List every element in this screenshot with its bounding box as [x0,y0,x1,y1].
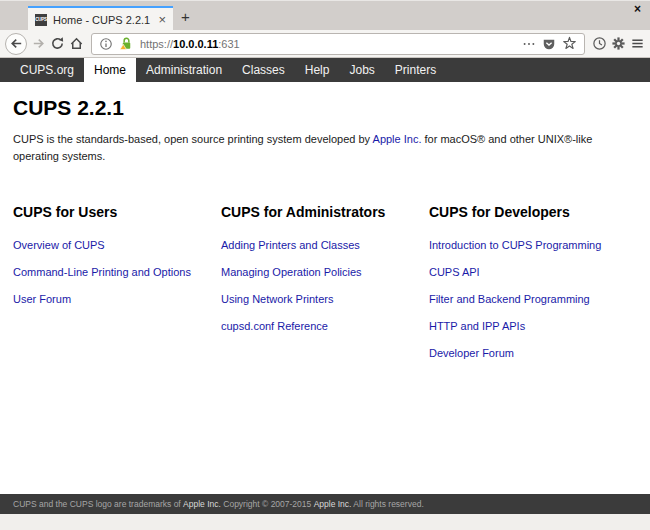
lock-warning-icon[interactable] [119,36,134,51]
footer-text-3: All rights reserved. [351,499,423,509]
history-button[interactable] [592,36,607,51]
url-bar[interactable]: https://10.0.0.11:631 [91,33,585,55]
footer-apple-link-2[interactable]: Apple Inc. [314,499,352,509]
hamburger-menu-icon [630,36,645,51]
link-cups-api[interactable]: CUPS API [429,266,629,278]
page-footer: CUPS and the CUPS logo are trademarks of… [0,494,650,514]
tab-close-icon[interactable]: × [158,13,166,26]
nav-item-home[interactable]: Home [84,58,136,82]
section-administrators: CUPS for Administrators Adding Printers … [221,204,429,374]
apple-inc-link[interactable]: Apple Inc. [373,133,422,145]
link-using-network-printers[interactable]: Using Network Printers [221,293,421,305]
info-icon[interactable] [99,37,113,51]
url-scheme: https:// [140,38,173,50]
cups-nav-bar: CUPS.org Home Administration Classes Hel… [0,58,650,82]
browser-window: CUPS Home - CUPS 2.2.1 × + × [0,0,650,530]
gear-icon [611,36,626,51]
page-title: CUPS 2.2.1 [13,96,637,120]
history-clock-icon [592,36,607,51]
back-icon [9,36,24,51]
nav-item-administration[interactable]: Administration [136,58,232,82]
link-adding-printers-classes[interactable]: Adding Printers and Classes [221,239,421,251]
link-command-line-printing[interactable]: Command-Line Printing and Options [13,266,213,278]
nav-item-classes[interactable]: Classes [232,58,295,82]
tab-title: Home - CUPS 2.2.1 [53,14,152,26]
url-text: https://10.0.0.11:631 [140,38,240,50]
home-button[interactable] [69,36,84,51]
footer-text-1: CUPS and the CUPS logo are trademarks of [13,499,183,509]
tab-bar: CUPS Home - CUPS 2.2.1 × + × [0,0,650,30]
intro-text-before: CUPS is the standards-based, open source… [13,133,373,145]
forward-icon [31,36,46,51]
link-cupsd-conf-reference[interactable]: cupsd.conf Reference [221,320,421,332]
link-managing-operation-policies[interactable]: Managing Operation Policies [221,266,421,278]
settings-button[interactable] [611,36,626,51]
intro-paragraph: CUPS is the standards-based, open source… [13,131,619,164]
nav-item-help[interactable]: Help [295,58,340,82]
window-close-button[interactable]: × [634,2,641,16]
link-overview-of-cups[interactable]: Overview of CUPS [13,239,213,251]
section-developers: CUPS for Developers Introduction to CUPS… [429,204,637,374]
footer-text-2: Copyright © 2007-2015 [221,499,314,509]
page-actions-more-icon[interactable] [522,37,536,51]
browser-toolbar: https://10.0.0.11:631 [0,30,650,58]
link-http-ipp-apis[interactable]: HTTP and IPP APIs [429,320,629,332]
section-heading-users: CUPS for Users [13,204,213,220]
page-content: CUPS 2.2.1 CUPS is the standards-based, … [0,82,650,494]
nav-item-jobs[interactable]: Jobs [339,58,384,82]
section-heading-administrators: CUPS for Administrators [221,204,421,220]
reload-button[interactable] [50,36,65,51]
section-heading-developers: CUPS for Developers [429,204,629,220]
nav-item-cups-org[interactable]: CUPS.org [10,58,84,82]
new-tab-button[interactable]: + [181,8,190,25]
url-port: :631 [218,38,239,50]
footer-apple-link-1[interactable]: Apple Inc. [183,499,221,509]
bookmark-star-icon[interactable] [562,36,577,51]
bottom-strip [0,514,650,530]
back-button[interactable] [5,33,27,55]
reload-icon [50,36,65,51]
link-columns: CUPS for Users Overview of CUPS Command-… [13,204,637,374]
link-developer-forum[interactable]: Developer Forum [429,347,629,359]
link-user-forum[interactable]: User Forum [13,293,213,305]
pocket-icon[interactable] [542,37,556,51]
forward-button[interactable] [31,36,46,51]
link-introduction-cups-programming[interactable]: Introduction to CUPS Programming [429,239,629,251]
nav-item-printers[interactable]: Printers [385,58,446,82]
url-host: 10.0.0.11 [173,38,218,50]
cups-favicon: CUPS [35,14,47,26]
home-icon [69,36,84,51]
section-users: CUPS for Users Overview of CUPS Command-… [13,204,221,374]
link-filter-backend-programming[interactable]: Filter and Backend Programming [429,293,629,305]
browser-tab[interactable]: CUPS Home - CUPS 2.2.1 × [28,6,173,31]
menu-button[interactable] [630,36,645,51]
